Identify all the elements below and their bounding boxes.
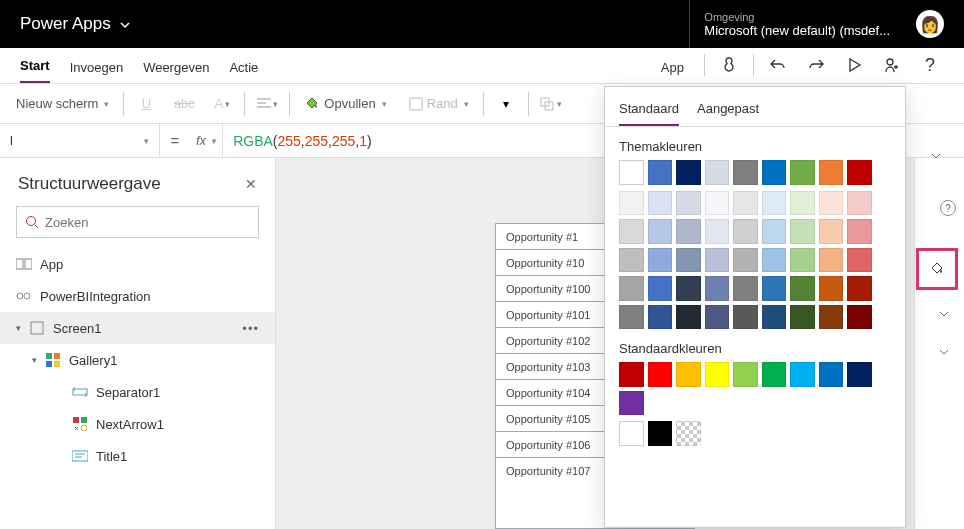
play-icon[interactable] — [840, 51, 868, 79]
menu-app[interactable]: App — [661, 52, 684, 83]
user-avatar[interactable]: 👩 — [916, 10, 944, 38]
color-swatch[interactable] — [819, 362, 844, 387]
help-icon[interactable]: ? — [916, 51, 944, 79]
color-swatch[interactable] — [619, 219, 644, 244]
color-swatch[interactable] — [676, 191, 701, 216]
color-swatch[interactable] — [733, 276, 758, 301]
search-input[interactable] — [45, 215, 250, 230]
color-swatch[interactable] — [762, 191, 787, 216]
color-swatch[interactable] — [648, 362, 673, 387]
property-selector[interactable]: l ▾ — [0, 124, 160, 157]
color-swatch[interactable] — [762, 160, 787, 185]
color-swatch[interactable] — [619, 276, 644, 301]
color-swatch[interactable] — [733, 305, 758, 330]
align-icon[interactable]: ▾ — [251, 90, 283, 118]
color-swatch[interactable] — [676, 276, 701, 301]
color-tab-custom[interactable]: Aangepast — [697, 95, 759, 126]
color-swatch[interactable] — [790, 362, 815, 387]
tree-search[interactable] — [16, 206, 259, 238]
environment-display[interactable]: Omgeving Microsoft (new default) (msdef.… — [689, 0, 904, 48]
color-swatch[interactable] — [705, 305, 730, 330]
color-swatch[interactable] — [847, 219, 872, 244]
color-tab-standard[interactable]: Standaard — [619, 95, 679, 126]
underline-icon[interactable]: U — [130, 90, 162, 118]
color-swatch[interactable] — [790, 276, 815, 301]
strikethrough-icon[interactable]: abc — [168, 90, 200, 118]
color-swatch[interactable] — [705, 362, 730, 387]
color-swatch[interactable] — [676, 362, 701, 387]
font-color-icon[interactable]: A▾ — [206, 90, 238, 118]
color-swatch[interactable] — [733, 248, 758, 273]
color-swatch[interactable] — [648, 248, 673, 273]
chevron-down-icon[interactable] — [938, 346, 950, 358]
color-swatch[interactable] — [648, 421, 673, 446]
app-switcher-caret[interactable] — [119, 19, 131, 31]
help-badge-icon[interactable]: ? — [940, 200, 956, 216]
tree-node-nextarrow1[interactable]: NextArrow1 — [0, 408, 275, 440]
menu-insert[interactable]: Invoegen — [70, 52, 124, 83]
color-swatch[interactable] — [762, 362, 787, 387]
color-swatch[interactable] — [733, 160, 758, 185]
share-icon[interactable] — [878, 51, 906, 79]
color-swatch[interactable] — [819, 276, 844, 301]
tree-node-app[interactable]: App — [0, 248, 275, 280]
expand-caret-icon[interactable]: ▾ — [32, 355, 37, 365]
color-swatch[interactable] — [847, 248, 872, 273]
color-swatch[interactable] — [733, 219, 758, 244]
color-swatch[interactable] — [847, 362, 872, 387]
color-swatch[interactable] — [847, 276, 872, 301]
tree-node-separator1[interactable]: Separator1 — [0, 376, 275, 408]
color-swatch[interactable] — [762, 276, 787, 301]
color-swatch[interactable] — [790, 219, 815, 244]
tree-node-title1[interactable]: Title1 — [0, 440, 275, 472]
menu-action[interactable]: Actie — [229, 52, 258, 83]
color-swatch[interactable] — [676, 219, 701, 244]
color-swatch[interactable] — [847, 305, 872, 330]
fill-dropdown[interactable]: Opvullen▾ — [296, 92, 394, 116]
new-screen-dropdown[interactable]: Nieuw scherm▾ — [8, 92, 117, 115]
redo-icon[interactable] — [802, 51, 830, 79]
color-swatch[interactable] — [819, 248, 844, 273]
color-swatch[interactable] — [847, 191, 872, 216]
color-swatch[interactable] — [619, 362, 644, 387]
more-dropdown-icon[interactable]: ▾ — [490, 90, 522, 118]
color-swatch[interactable] — [705, 160, 730, 185]
color-swatch[interactable] — [819, 191, 844, 216]
color-swatch[interactable] — [705, 276, 730, 301]
close-icon[interactable]: ✕ — [245, 176, 257, 192]
menu-start[interactable]: Start — [20, 50, 50, 83]
color-swatch[interactable] — [762, 248, 787, 273]
color-swatch[interactable] — [790, 160, 815, 185]
color-swatch[interactable] — [648, 160, 673, 185]
color-swatch[interactable] — [676, 248, 701, 273]
color-swatch[interactable] — [705, 219, 730, 244]
color-swatch[interactable] — [705, 248, 730, 273]
chevron-down-icon[interactable] — [930, 150, 942, 162]
color-swatch[interactable] — [619, 248, 644, 273]
color-swatch[interactable] — [676, 160, 701, 185]
border-dropdown[interactable]: Rand▾ — [401, 92, 477, 115]
color-swatch[interactable] — [790, 191, 815, 216]
menu-view[interactable]: Weergeven — [143, 52, 209, 83]
more-icon[interactable]: ••• — [242, 321, 259, 336]
color-swatch[interactable] — [619, 391, 644, 416]
color-swatch[interactable] — [619, 305, 644, 330]
tree-node-powerbiintegration[interactable]: PowerBIIntegration — [0, 280, 275, 312]
color-swatch[interactable] — [676, 421, 701, 446]
color-swatch[interactable] — [762, 219, 787, 244]
color-swatch[interactable] — [619, 421, 644, 446]
chevron-down-icon[interactable] — [938, 308, 950, 320]
color-swatch[interactable] — [790, 248, 815, 273]
color-swatch[interactable] — [762, 305, 787, 330]
color-swatch[interactable] — [648, 191, 673, 216]
color-swatch[interactable] — [733, 362, 758, 387]
color-swatch[interactable] — [676, 305, 701, 330]
color-swatch[interactable] — [619, 191, 644, 216]
color-swatch[interactable] — [847, 160, 872, 185]
color-swatch[interactable] — [619, 160, 644, 185]
fill-color-button[interactable] — [916, 248, 958, 290]
expand-caret-icon[interactable]: ▾ — [16, 323, 21, 333]
color-swatch[interactable] — [648, 305, 673, 330]
app-checker-icon[interactable] — [715, 51, 743, 79]
color-swatch[interactable] — [733, 191, 758, 216]
